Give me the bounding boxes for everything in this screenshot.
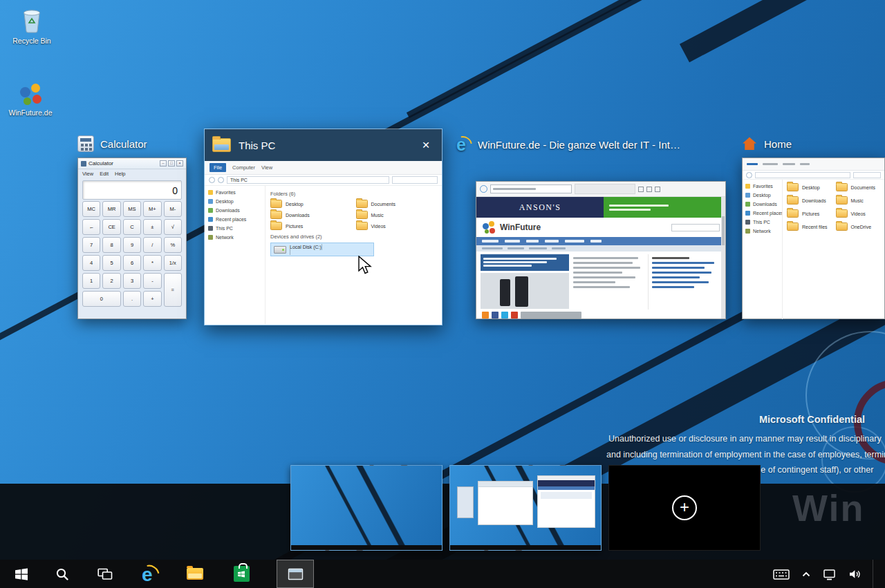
calc-key[interactable]: 4 — [82, 255, 100, 271]
gear-icon[interactable] — [655, 187, 660, 192]
menu-edit[interactable]: Edit — [100, 171, 109, 177]
calc-key[interactable]: 7 — [82, 237, 100, 253]
calc-key[interactable]: CE — [102, 219, 120, 235]
twitter-icon[interactable] — [501, 312, 508, 319]
folder-item[interactable]: Pictures — [270, 222, 352, 230]
calc-key[interactable]: 6 — [123, 255, 141, 271]
menu-help[interactable]: Help — [115, 171, 125, 177]
minimize-icon[interactable]: – — [160, 160, 167, 167]
internet-explorer-button[interactable]: e — [133, 560, 165, 588]
ribbon-tab-file[interactable]: File — [209, 163, 226, 172]
folder-item[interactable]: Desktop — [270, 200, 352, 208]
calc-key[interactable]: M+ — [143, 201, 161, 217]
add-desktop-button[interactable]: + — [608, 465, 761, 551]
calc-key[interactable]: . — [123, 291, 141, 307]
sidebar-item[interactable]: Network — [745, 227, 779, 234]
back-icon[interactable] — [209, 177, 215, 183]
calc-key[interactable]: ± — [143, 219, 161, 235]
folder-item[interactable]: Recent files — [787, 222, 832, 231]
ribbon-tab-computer[interactable]: Computer — [232, 164, 255, 171]
taskview-label-calculator[interactable]: Calculator — [77, 135, 147, 152]
virtual-desktop-1[interactable] — [290, 465, 442, 551]
sidebar-item[interactable]: Favorites — [745, 182, 779, 189]
close-icon[interactable]: × — [176, 160, 183, 167]
window-thumbnail-winfuture[interactable]: ANSON'S WinFuture — [476, 181, 726, 319]
favorites-star-icon[interactable] — [646, 187, 652, 192]
facebook-icon[interactable] — [492, 312, 499, 319]
sidebar-item-recent[interactable]: Recent places — [208, 216, 261, 222]
calc-key[interactable]: 1 — [82, 273, 100, 289]
home-icon[interactable] — [638, 187, 644, 192]
folder-item[interactable]: Music — [836, 196, 881, 205]
calc-key[interactable]: / — [143, 237, 161, 253]
drive-item-selected[interactable]: Local Disk (C:) — [270, 243, 374, 256]
explorer-search-box[interactable] — [392, 176, 438, 184]
site-search-box[interactable] — [671, 224, 720, 231]
calc-key[interactable]: √ — [164, 219, 182, 235]
calc-key[interactable]: 3 — [123, 273, 141, 289]
sidebar-item-favorites[interactable]: Favorites — [208, 189, 261, 196]
file-explorer-button[interactable] — [179, 560, 211, 588]
close-window-button[interactable]: × — [410, 129, 442, 161]
site-navbar[interactable] — [476, 237, 725, 245]
window-thumbnail-home[interactable]: Favorites Desktop Downloads Recent place… — [742, 158, 885, 319]
folder-item[interactable]: OneDrive — [836, 222, 881, 231]
calc-key[interactable]: + — [143, 291, 161, 307]
calc-key[interactable]: MC — [82, 201, 100, 217]
browser-tab[interactable] — [575, 184, 635, 194]
folder-item[interactable]: Desktop — [787, 183, 832, 191]
browser-address-bar[interactable] — [490, 184, 572, 193]
folder-item[interactable]: Documents — [356, 200, 438, 208]
back-icon[interactable] — [746, 172, 752, 178]
sidebar-item-downloads[interactable]: Downloads — [208, 207, 261, 214]
news-links-column[interactable] — [648, 254, 720, 310]
store-button[interactable] — [225, 560, 257, 588]
calc-key[interactable]: 9 — [123, 237, 141, 253]
address-breadcrumb[interactable] — [755, 172, 850, 178]
calc-key[interactable]: 5 — [102, 255, 120, 271]
maximize-icon[interactable]: □ — [168, 160, 175, 167]
calc-key[interactable]: M- — [164, 201, 182, 217]
sidebar-item-network[interactable]: Network — [208, 234, 261, 240]
folder-item[interactable]: Videos — [836, 209, 881, 218]
search-button[interactable] — [46, 560, 78, 588]
folder-item[interactable]: Music — [356, 211, 438, 219]
calc-key[interactable]: = — [164, 273, 182, 307]
explorer-search-box[interactable] — [853, 172, 881, 178]
task-view-button[interactable] — [89, 560, 121, 588]
window-thumbnail-this-pc[interactable]: File Computer View This PC Favorites Des… — [205, 161, 442, 325]
calc-key[interactable]: % — [164, 237, 182, 253]
article-headline[interactable] — [481, 254, 569, 271]
taskview-label-home[interactable]: Home — [741, 135, 792, 152]
calc-key[interactable]: ← — [82, 219, 100, 235]
calc-key[interactable]: MS — [123, 201, 141, 217]
calc-key[interactable]: - — [143, 273, 161, 289]
folder-item[interactable]: Pictures — [787, 209, 832, 218]
sidebar-item[interactable]: Recent places — [745, 209, 779, 216]
ad-banner[interactable]: ANSON'S — [476, 197, 725, 218]
virtual-desktop-2[interactable] — [449, 465, 602, 551]
hidden-icons-chevron-icon[interactable] — [801, 569, 812, 580]
menu-view[interactable]: View — [82, 171, 93, 177]
browser-back-icon[interactable] — [480, 185, 487, 193]
calc-key[interactable]: * — [143, 255, 161, 271]
rss-icon[interactable] — [482, 312, 489, 319]
folder-item[interactable]: Videos — [356, 222, 438, 230]
article-image-phones[interactable] — [481, 273, 569, 309]
forward-icon[interactable] — [218, 177, 224, 183]
taskview-card-this-pc[interactable]: This PC × File Computer View This PC Fav… — [204, 129, 442, 325]
sidebar-item-this-pc[interactable]: This PC — [208, 225, 261, 231]
winfuture-shortcut[interactable]: WinFuture.de — [4, 82, 57, 117]
calc-key[interactable]: 2 — [102, 273, 120, 289]
calc-key[interactable]: 0 — [82, 291, 121, 307]
ribbon-tab-view[interactable]: View — [261, 164, 272, 171]
googleplus-icon[interactable] — [511, 312, 518, 319]
recycle-bin-shortcut[interactable]: Recycle Bin — [6, 6, 58, 45]
show-desktop-button[interactable] — [873, 560, 875, 588]
active-window-button[interactable] — [277, 560, 314, 588]
start-button[interactable] — [6, 560, 37, 588]
sidebar-item[interactable]: Downloads — [745, 200, 779, 207]
calc-key[interactable]: MR — [102, 201, 120, 217]
calc-key[interactable]: C — [123, 219, 141, 235]
touch-keyboard-icon[interactable] — [773, 567, 790, 581]
